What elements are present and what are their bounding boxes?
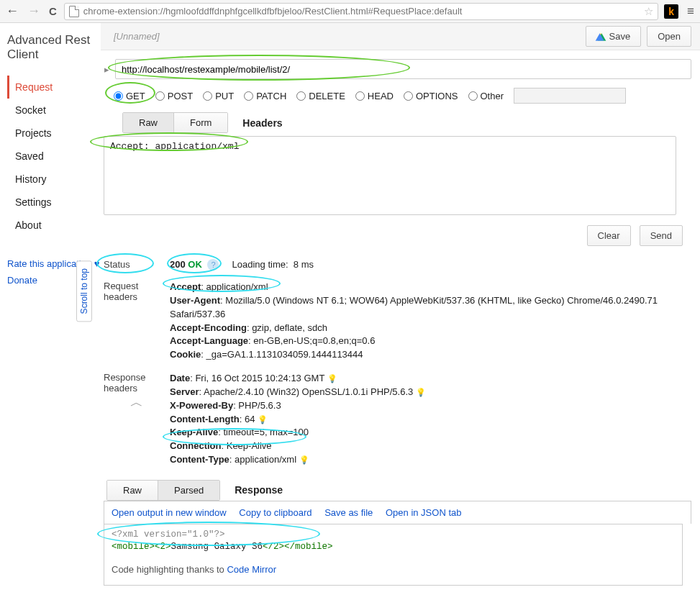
method-head[interactable]: HEAD: [355, 91, 394, 101]
sidebar-item-about[interactable]: About: [7, 214, 101, 237]
resp-tab-raw[interactable]: Raw: [107, 481, 158, 500]
link-copy-clipboard[interactable]: Copy to clipboard: [239, 507, 312, 518]
sidebar-item-request[interactable]: Request: [7, 76, 101, 99]
open-button[interactable]: Open: [647, 26, 691, 47]
credit-line: Code highlighting thanks to Code Mirror: [112, 564, 675, 575]
extension-icon[interactable]: k: [664, 4, 678, 19]
resp-tab-parsed[interactable]: Parsed: [158, 481, 219, 500]
status-help-icon[interactable]: ?: [207, 259, 219, 271]
response-links: Open output in new window Copy to clipbo…: [104, 501, 691, 524]
response-label: Response: [235, 484, 283, 496]
tab-form[interactable]: Form: [174, 113, 227, 132]
tab-raw[interactable]: Raw: [123, 113, 174, 132]
loading-time-label: Loading time:: [232, 259, 288, 270]
send-button[interactable]: Send: [640, 225, 683, 246]
omnibox-text: chrome-extension://hgmloofddffdnphfgcell…: [83, 6, 640, 17]
sidebar-item-history[interactable]: History: [7, 168, 101, 191]
http-methods: GET POST PUT PATCH DELETE HEAD OPTIONS O…: [114, 88, 691, 104]
forward-icon[interactable]: →: [26, 4, 42, 19]
xml-text-content: Samsung Galaxy S6: [171, 542, 263, 552]
topbar: [Unnamed] Save Open: [101, 23, 700, 50]
loading-time-value: 8 ms: [294, 259, 314, 270]
response-body: <?xml version="1.0"?> <mobile><2>Samsung…: [104, 524, 683, 586]
hint-icon[interactable]: 💡: [327, 374, 337, 383]
save-button[interactable]: Save: [586, 26, 642, 47]
response-headers-list: Date: Fri, 16 Oct 2015 10:24:13 GMT 💡Ser…: [170, 372, 691, 467]
status-label: Status: [104, 259, 170, 271]
method-delete[interactable]: DELETE: [296, 91, 345, 101]
page-icon: [69, 6, 79, 17]
headers-label: Headers: [242, 117, 282, 129]
omnibox[interactable]: chrome-extension://hgmloofddffdnphfgcell…: [64, 3, 658, 20]
gdrive-icon: [596, 33, 605, 40]
link-open-output[interactable]: Open output in new window: [112, 507, 227, 518]
request-headers-label: Request headers: [104, 281, 170, 362]
response-tabset: Raw Parsed: [106, 480, 220, 501]
reload-icon[interactable]: C: [47, 5, 58, 17]
app-title: Advanced Rest Client: [7, 33, 101, 63]
sidebar-item-projects[interactable]: Projects: [7, 122, 101, 145]
status-code: 200: [170, 259, 186, 270]
method-other[interactable]: Other: [468, 91, 504, 101]
bookmark-star-icon[interactable]: ☆: [644, 5, 653, 18]
browser-toolbar: ← → C chrome-extension://hgmloofddffdnph…: [0, 0, 700, 23]
method-patch[interactable]: PATCH: [244, 91, 286, 101]
hint-icon[interactable]: 💡: [299, 455, 309, 464]
headers-tabset: Raw Form: [122, 112, 228, 133]
method-options[interactable]: OPTIONS: [404, 91, 458, 101]
hint-icon[interactable]: 💡: [416, 388, 426, 396]
collapse-chevron-icon[interactable]: ︿: [104, 394, 170, 411]
request-name-input[interactable]: [Unnamed]: [109, 31, 580, 42]
method-get[interactable]: GET: [114, 91, 145, 101]
headers-textarea[interactable]: Accept: application/xml: [104, 136, 676, 215]
response-headers-label: Response headers: [104, 372, 170, 394]
hint-icon[interactable]: 💡: [258, 415, 268, 424]
sidebar-item-saved[interactable]: Saved: [7, 145, 101, 168]
codemirror-link[interactable]: Code Mirror: [227, 564, 276, 575]
clear-button[interactable]: Clear: [587, 225, 631, 246]
link-open-json[interactable]: Open in JSON tab: [386, 507, 462, 518]
sidebar-item-settings[interactable]: Settings: [7, 191, 101, 214]
method-other-input[interactable]: [514, 88, 626, 104]
chrome-menu-icon[interactable]: ≡: [684, 4, 696, 19]
xml-declaration: <?xml version="1.0"?>: [112, 529, 225, 540]
link-save-file[interactable]: Save as file: [324, 507, 373, 518]
sidebar-item-socket[interactable]: Socket: [7, 99, 101, 122]
scroll-to-top-button[interactable]: Scroll to top: [76, 260, 92, 322]
status-text: OK: [188, 259, 202, 270]
method-put[interactable]: PUT: [203, 91, 234, 101]
main: Scroll to top [Unnamed] Save Open ▸ GET …: [101, 23, 700, 586]
url-input[interactable]: [115, 59, 691, 79]
back-icon[interactable]: ←: [4, 4, 20, 19]
expand-url-icon[interactable]: ▸: [101, 60, 112, 78]
method-post[interactable]: POST: [155, 91, 193, 101]
request-headers-list: Accept: application/xmlUser-Agent: Mozil…: [170, 281, 691, 362]
